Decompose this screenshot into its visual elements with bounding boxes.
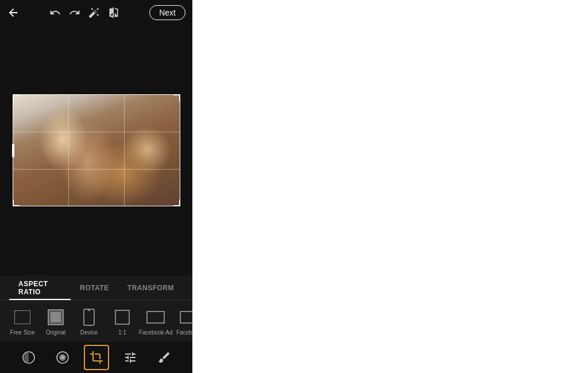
toolbar: Next bbox=[0, 0, 192, 25]
device-label: Device bbox=[80, 329, 98, 336]
aspect-icons-row: Free Size Original Dev bbox=[0, 301, 192, 342]
crop-image bbox=[13, 94, 180, 206]
aspect-tabs: ASPECT RATIO ROTATE TRANSFORM bbox=[0, 275, 192, 301]
1to1-label: 1:1 bbox=[118, 329, 126, 336]
svg-rect-4 bbox=[51, 312, 61, 322]
crop-container[interactable] bbox=[13, 94, 180, 206]
tab-transform[interactable]: TRANSFORM bbox=[118, 275, 183, 300]
photo-content bbox=[13, 94, 180, 206]
undo-button[interactable] bbox=[49, 7, 61, 18]
retouch-tool-button[interactable] bbox=[152, 345, 177, 370]
1to1-shape bbox=[113, 307, 132, 327]
filter-tool-button[interactable] bbox=[16, 345, 41, 370]
next-button[interactable]: Next bbox=[149, 5, 185, 20]
facebook-ad-shape bbox=[146, 307, 165, 327]
tab-rotate[interactable]: ROTATE bbox=[71, 275, 118, 300]
aspect-icon-device[interactable]: Device bbox=[74, 307, 105, 336]
adjust-tool-button[interactable] bbox=[50, 345, 75, 370]
facebook2-shape bbox=[179, 307, 192, 327]
aspect-icon-facebook2[interactable]: Facebook bbox=[173, 307, 192, 336]
svg-point-13 bbox=[61, 356, 64, 359]
image-area bbox=[0, 25, 192, 275]
back-button[interactable] bbox=[7, 6, 20, 19]
aspect-icon-1to1[interactable]: 1:1 bbox=[107, 307, 138, 336]
bottom-toolbar bbox=[0, 342, 192, 373]
facebook-ad-label: Facebook Ad bbox=[139, 329, 172, 336]
aspect-icon-facebook-ad[interactable]: Facebook Ad bbox=[140, 307, 171, 336]
magic-button[interactable] bbox=[88, 7, 100, 18]
aspect-icon-freesize[interactable]: Free Size bbox=[7, 307, 38, 336]
facebook2-label: Facebook bbox=[176, 329, 192, 336]
tab-aspect-ratio[interactable]: ASPECT RATIO bbox=[9, 275, 71, 300]
phone-panel: Next bbox=[0, 0, 192, 373]
right-panel bbox=[192, 0, 588, 373]
sliders-tool-button[interactable] bbox=[118, 345, 143, 370]
freesize-shape bbox=[13, 307, 32, 327]
freesize-label: Free Size bbox=[10, 329, 35, 336]
compare-button[interactable] bbox=[108, 7, 119, 18]
redo-button[interactable] bbox=[69, 7, 80, 18]
svg-rect-7 bbox=[115, 310, 129, 324]
svg-rect-9 bbox=[180, 312, 192, 323]
svg-rect-0 bbox=[14, 310, 30, 324]
device-shape bbox=[79, 307, 99, 327]
original-shape bbox=[46, 307, 65, 327]
svg-rect-5 bbox=[84, 309, 94, 325]
aspect-icon-original[interactable]: Original bbox=[40, 307, 71, 336]
original-label: Original bbox=[46, 329, 65, 336]
svg-rect-8 bbox=[147, 312, 164, 323]
crop-tool-button[interactable] bbox=[84, 345, 109, 370]
